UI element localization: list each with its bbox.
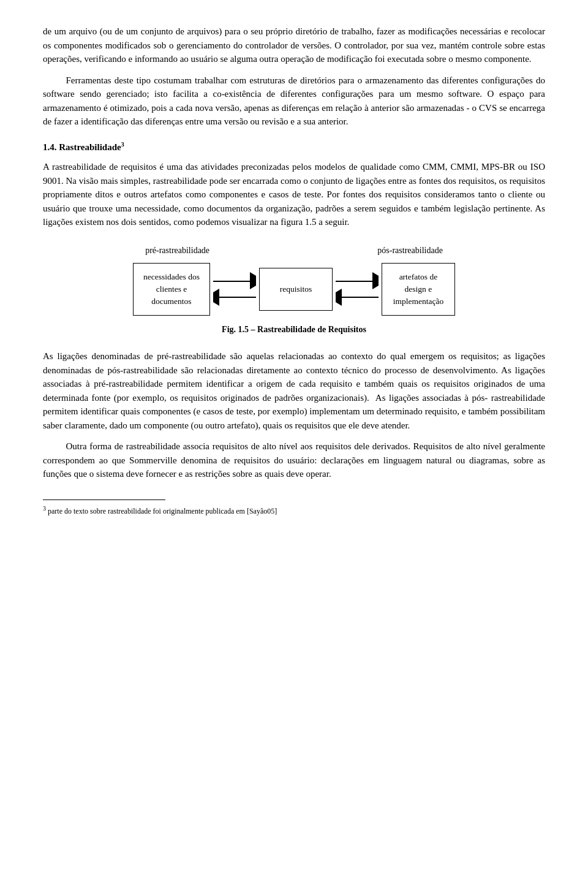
paragraph-5: Outra forma de rastreabilidade associa r… — [43, 439, 545, 481]
footnote-ref: 3 — [121, 141, 124, 148]
diagram-labels: pré-rastreabilidade pós-rastreabilidade — [43, 244, 545, 257]
diagram-box-1: necessidades dosclientes edocumentos — [133, 263, 210, 316]
paragraph-1: de um arquivo (ou de um conjunto de arqu… — [43, 25, 545, 66]
diagram-box-2: requisitos — [259, 268, 333, 311]
arrow-line-3 — [336, 281, 372, 282]
page-content: de um arquivo (ou de um conjunto de arqu… — [43, 25, 545, 517]
diagram-label-pos: pós-rastreabilidade — [377, 244, 443, 257]
diagram-label-pre: pré-rastreabilidade — [145, 244, 209, 257]
paragraph-4: As ligações denominadas de pré-rastreabi… — [43, 349, 545, 432]
arrow-head-left — [213, 291, 219, 305]
arrow-1 — [210, 274, 259, 304]
diagram: pré-rastreabilidade pós-rastreabilidade … — [43, 244, 545, 345]
arrow-line-2 — [219, 297, 256, 298]
diagram-boxes: necessidades dosclientes edocumentos req… — [43, 263, 545, 316]
arrow-head-left-2 — [336, 291, 342, 305]
paragraph-2: Ferramentas deste tipo costumam trabalha… — [43, 74, 545, 129]
arrow-left-1 — [213, 291, 256, 305]
diagram-box-3: artefatos dedesign eimplementação — [382, 263, 455, 316]
fig-caption: Fig. 1.5 – Rastreabilidade de Requisitos — [222, 323, 366, 336]
arrow-head-right-2 — [372, 274, 379, 288]
arrow-right-1 — [213, 274, 256, 288]
arrow-right-2 — [336, 274, 379, 288]
arrow-line-4 — [342, 297, 379, 298]
section-heading: 1.4. Rastreabilidade3 — [43, 140, 545, 154]
arrow-left-2 — [336, 291, 379, 305]
arrow-line — [213, 281, 250, 282]
arrow-2 — [333, 274, 382, 304]
footnote-number: 3 — [43, 505, 46, 512]
footnote-divider — [43, 499, 165, 500]
footnote: 3 parte do texto sobre rastreabilidade f… — [43, 504, 545, 517]
arrow-head-right — [250, 274, 256, 288]
paragraph-3: A rastreabilidade de requisitos é uma da… — [43, 160, 545, 229]
